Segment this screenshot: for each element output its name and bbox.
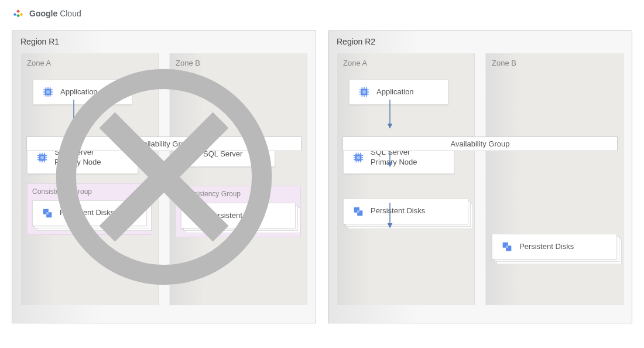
region-r2: Region R2 Availability Group Zone A bbox=[328, 30, 632, 323]
r1-za-cg-title: Consistency Group bbox=[32, 187, 147, 196]
r1-zone-b: Zone B SQL Server bbox=[169, 53, 307, 305]
svg-rect-48 bbox=[362, 90, 366, 94]
persistent-disk-icon bbox=[501, 240, 513, 253]
r1-zone-a: Zone A Application bbox=[20, 53, 159, 305]
compute-engine-icon bbox=[358, 86, 371, 98]
r1-zone-a-title: Zone A bbox=[27, 59, 152, 67]
r2-za-application-node: Application bbox=[349, 79, 448, 105]
compute-engine-icon bbox=[42, 86, 54, 98]
persistent-disk-icon bbox=[41, 207, 54, 220]
svg-rect-1 bbox=[46, 90, 50, 94]
r2-zone-b-title: Zone B bbox=[492, 59, 617, 67]
svg-rect-76 bbox=[506, 245, 508, 248]
availability-group-r1: Availability Group bbox=[26, 137, 302, 151]
r1-za-application-node: Application bbox=[33, 79, 132, 105]
svg-rect-28 bbox=[46, 212, 49, 214]
r1-za-consistency-group: Consistency Group Persistent Disks bbox=[27, 183, 152, 235]
compute-engine-icon bbox=[36, 151, 49, 164]
r1-za-disks-node: Persistent Disks bbox=[32, 200, 147, 226]
compute-engine-icon bbox=[352, 151, 365, 164]
r2-za-disks-node: Persistent Disks bbox=[343, 199, 468, 224]
r1-za-application-label: Application bbox=[60, 87, 98, 97]
regions-container: Region R1 Availability Group Zone A bbox=[12, 30, 632, 323]
persistent-disk-icon bbox=[190, 209, 203, 222]
brand-text: Google Cloud bbox=[29, 9, 81, 18]
r1-zb-consistency-group: Consistency Group Persistent Disks bbox=[176, 186, 301, 237]
r2-zone-b: Zone B Persistent Disks bbox=[485, 53, 624, 305]
brand-bold: Google bbox=[29, 9, 57, 18]
r1-zb-cg-title: Consistency Group bbox=[181, 190, 296, 198]
r1-zone-b-title: Zone B bbox=[176, 59, 301, 67]
svg-rect-15 bbox=[40, 156, 44, 159]
r1-zb-disks-node: Persistent Disks bbox=[181, 203, 296, 228]
header: Google Cloud bbox=[12, 7, 632, 20]
region-r2-title: Region R2 bbox=[337, 37, 624, 46]
r2-zb-disks-label: Persistent Disks bbox=[519, 242, 574, 252]
r2-zb-disks-node: Persistent Disks bbox=[492, 234, 617, 260]
region-r1: Region R1 Availability Group Zone A bbox=[12, 30, 316, 323]
persistent-disk-icon bbox=[352, 205, 365, 218]
r2-zone-a: Zone A Application bbox=[337, 53, 475, 305]
r2-zone-a-title: Zone A bbox=[343, 59, 468, 67]
brand-light: Cloud bbox=[60, 9, 81, 18]
svg-rect-75 bbox=[357, 210, 359, 213]
svg-rect-62 bbox=[357, 156, 360, 159]
availability-group-r2: Availability Group bbox=[342, 137, 618, 151]
r2-za-disks-label: Persistent Disks bbox=[371, 206, 425, 216]
r1-za-disks-label: Persistent Disks bbox=[60, 208, 114, 218]
svg-rect-30 bbox=[189, 152, 193, 156]
r1-zb-disks-label: Persistent Disks bbox=[208, 211, 263, 221]
r2-za-application-label: Application bbox=[376, 87, 414, 97]
google-cloud-logo-icon bbox=[12, 7, 25, 20]
region-r1-zones: Availability Group Zone A bbox=[20, 53, 307, 305]
svg-rect-43 bbox=[195, 214, 197, 217]
region-r2-zones: Availability Group Zone A bbox=[337, 53, 624, 305]
region-r1-title: Region R1 bbox=[20, 37, 307, 46]
